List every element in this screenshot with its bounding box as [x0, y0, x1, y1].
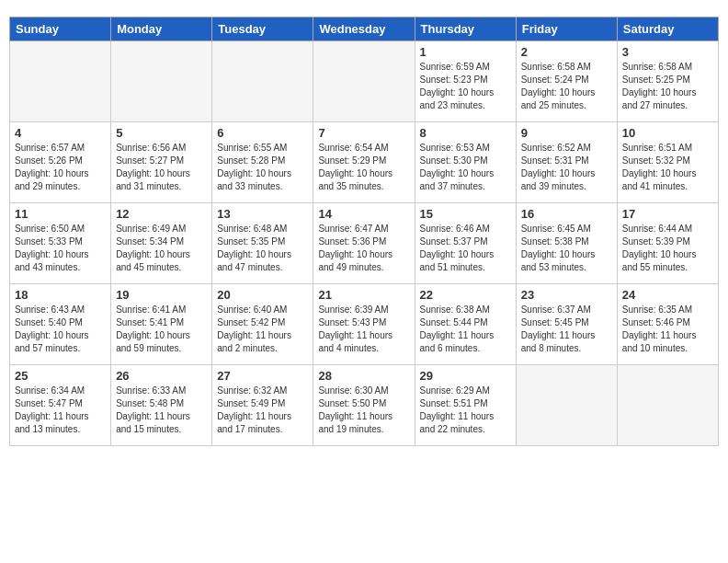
weekday-header-sunday: Sunday [10, 17, 111, 41]
day-info: Sunrise: 6:39 AM Sunset: 5:43 PM Dayligh… [318, 304, 409, 355]
day-number: 16 [521, 207, 612, 221]
day-number: 2 [521, 45, 612, 59]
day-info: Sunrise: 6:33 AM Sunset: 5:48 PM Dayligh… [116, 385, 207, 436]
day-info: Sunrise: 6:55 AM Sunset: 5:28 PM Dayligh… [217, 142, 308, 193]
day-info: Sunrise: 6:57 AM Sunset: 5:26 PM Dayligh… [15, 142, 106, 193]
day-cell: 22Sunrise: 6:38 AM Sunset: 5:44 PM Dayli… [415, 284, 516, 365]
day-number: 18 [15, 288, 106, 302]
day-number: 14 [318, 207, 409, 221]
day-number: 8 [420, 126, 511, 140]
day-info: Sunrise: 6:37 AM Sunset: 5:45 PM Dayligh… [521, 304, 612, 355]
day-number: 25 [15, 369, 106, 383]
calendar: SundayMondayTuesdayWednesdayThursdayFrid… [9, 17, 719, 446]
day-cell [111, 41, 212, 122]
day-number: 20 [217, 288, 308, 302]
week-row-2: 4Sunrise: 6:57 AM Sunset: 5:26 PM Daylig… [10, 122, 719, 203]
day-info: Sunrise: 6:34 AM Sunset: 5:47 PM Dayligh… [15, 385, 106, 436]
day-info: Sunrise: 6:58 AM Sunset: 5:24 PM Dayligh… [521, 61, 612, 112]
day-number: 15 [420, 207, 511, 221]
day-info: Sunrise: 6:54 AM Sunset: 5:29 PM Dayligh… [318, 142, 409, 193]
day-cell: 24Sunrise: 6:35 AM Sunset: 5:46 PM Dayli… [617, 284, 718, 365]
day-cell: 21Sunrise: 6:39 AM Sunset: 5:43 PM Dayli… [313, 284, 415, 365]
day-cell: 2Sunrise: 6:58 AM Sunset: 5:24 PM Daylig… [516, 41, 617, 122]
day-info: Sunrise: 6:29 AM Sunset: 5:51 PM Dayligh… [420, 385, 511, 436]
day-cell: 3Sunrise: 6:58 AM Sunset: 5:25 PM Daylig… [617, 41, 718, 122]
weekday-header-row: SundayMondayTuesdayWednesdayThursdayFrid… [10, 17, 719, 41]
day-number: 10 [622, 126, 713, 140]
day-info: Sunrise: 6:46 AM Sunset: 5:37 PM Dayligh… [420, 223, 511, 274]
week-row-5: 25Sunrise: 6:34 AM Sunset: 5:47 PM Dayli… [10, 365, 719, 446]
week-row-4: 18Sunrise: 6:43 AM Sunset: 5:40 PM Dayli… [10, 284, 719, 365]
weekday-header-monday: Monday [111, 17, 212, 41]
day-cell: 6Sunrise: 6:55 AM Sunset: 5:28 PM Daylig… [212, 122, 313, 203]
day-cell: 17Sunrise: 6:44 AM Sunset: 5:39 PM Dayli… [617, 203, 718, 284]
weekday-header-tuesday: Tuesday [212, 17, 313, 41]
day-number: 13 [217, 207, 308, 221]
day-number: 21 [318, 288, 409, 302]
day-number: 26 [116, 369, 207, 383]
day-cell [10, 41, 111, 122]
day-cell [516, 365, 617, 446]
day-number: 27 [217, 369, 308, 383]
day-cell: 15Sunrise: 6:46 AM Sunset: 5:37 PM Dayli… [415, 203, 516, 284]
day-cell: 19Sunrise: 6:41 AM Sunset: 5:41 PM Dayli… [111, 284, 212, 365]
day-info: Sunrise: 6:53 AM Sunset: 5:30 PM Dayligh… [420, 142, 511, 193]
day-info: Sunrise: 6:49 AM Sunset: 5:34 PM Dayligh… [116, 223, 207, 274]
day-info: Sunrise: 6:38 AM Sunset: 5:44 PM Dayligh… [420, 304, 511, 355]
day-info: Sunrise: 6:47 AM Sunset: 5:36 PM Dayligh… [318, 223, 409, 274]
day-cell: 12Sunrise: 6:49 AM Sunset: 5:34 PM Dayli… [111, 203, 212, 284]
day-cell: 14Sunrise: 6:47 AM Sunset: 5:36 PM Dayli… [313, 203, 415, 284]
day-info: Sunrise: 6:32 AM Sunset: 5:49 PM Dayligh… [217, 385, 308, 436]
day-info: Sunrise: 6:56 AM Sunset: 5:27 PM Dayligh… [116, 142, 207, 193]
day-info: Sunrise: 6:41 AM Sunset: 5:41 PM Dayligh… [116, 304, 207, 355]
day-number: 23 [521, 288, 612, 302]
day-cell: 20Sunrise: 6:40 AM Sunset: 5:42 PM Dayli… [212, 284, 313, 365]
day-cell: 7Sunrise: 6:54 AM Sunset: 5:29 PM Daylig… [313, 122, 415, 203]
day-info: Sunrise: 6:51 AM Sunset: 5:32 PM Dayligh… [622, 142, 713, 193]
day-cell: 8Sunrise: 6:53 AM Sunset: 5:30 PM Daylig… [415, 122, 516, 203]
day-info: Sunrise: 6:52 AM Sunset: 5:31 PM Dayligh… [521, 142, 612, 193]
day-cell: 29Sunrise: 6:29 AM Sunset: 5:51 PM Dayli… [415, 365, 516, 446]
day-number: 24 [622, 288, 713, 302]
day-cell: 5Sunrise: 6:56 AM Sunset: 5:27 PM Daylig… [111, 122, 212, 203]
weekday-header-friday: Friday [516, 17, 617, 41]
day-cell [617, 365, 718, 446]
day-cell: 18Sunrise: 6:43 AM Sunset: 5:40 PM Dayli… [10, 284, 111, 365]
day-cell: 9Sunrise: 6:52 AM Sunset: 5:31 PM Daylig… [516, 122, 617, 203]
day-number: 6 [217, 126, 308, 140]
day-number: 19 [116, 288, 207, 302]
day-number: 29 [420, 369, 511, 383]
day-cell: 10Sunrise: 6:51 AM Sunset: 5:32 PM Dayli… [617, 122, 718, 203]
day-info: Sunrise: 6:48 AM Sunset: 5:35 PM Dayligh… [217, 223, 308, 274]
day-number: 5 [116, 126, 207, 140]
week-row-3: 11Sunrise: 6:50 AM Sunset: 5:33 PM Dayli… [10, 203, 719, 284]
day-info: Sunrise: 6:59 AM Sunset: 5:23 PM Dayligh… [420, 61, 511, 112]
day-number: 9 [521, 126, 612, 140]
weekday-header-saturday: Saturday [617, 17, 718, 41]
day-number: 1 [420, 45, 511, 59]
day-info: Sunrise: 6:58 AM Sunset: 5:25 PM Dayligh… [622, 61, 713, 112]
day-cell: 11Sunrise: 6:50 AM Sunset: 5:33 PM Dayli… [10, 203, 111, 284]
day-cell: 23Sunrise: 6:37 AM Sunset: 5:45 PM Dayli… [516, 284, 617, 365]
day-cell: 13Sunrise: 6:48 AM Sunset: 5:35 PM Dayli… [212, 203, 313, 284]
day-cell: 28Sunrise: 6:30 AM Sunset: 5:50 PM Dayli… [313, 365, 415, 446]
day-number: 12 [116, 207, 207, 221]
day-cell: 26Sunrise: 6:33 AM Sunset: 5:48 PM Dayli… [111, 365, 212, 446]
day-info: Sunrise: 6:43 AM Sunset: 5:40 PM Dayligh… [15, 304, 106, 355]
day-info: Sunrise: 6:35 AM Sunset: 5:46 PM Dayligh… [622, 304, 713, 355]
day-info: Sunrise: 6:30 AM Sunset: 5:50 PM Dayligh… [318, 385, 409, 436]
day-cell: 16Sunrise: 6:45 AM Sunset: 5:38 PM Dayli… [516, 203, 617, 284]
day-cell: 4Sunrise: 6:57 AM Sunset: 5:26 PM Daylig… [10, 122, 111, 203]
day-number: 11 [15, 207, 106, 221]
day-number: 4 [15, 126, 106, 140]
day-cell: 27Sunrise: 6:32 AM Sunset: 5:49 PM Dayli… [212, 365, 313, 446]
day-number: 3 [622, 45, 713, 59]
day-number: 17 [622, 207, 713, 221]
day-cell: 25Sunrise: 6:34 AM Sunset: 5:47 PM Dayli… [10, 365, 111, 446]
day-number: 7 [318, 126, 409, 140]
day-number: 22 [420, 288, 511, 302]
day-cell [212, 41, 313, 122]
day-info: Sunrise: 6:40 AM Sunset: 5:42 PM Dayligh… [217, 304, 308, 355]
weekday-header-thursday: Thursday [415, 17, 516, 41]
day-info: Sunrise: 6:44 AM Sunset: 5:39 PM Dayligh… [622, 223, 713, 274]
